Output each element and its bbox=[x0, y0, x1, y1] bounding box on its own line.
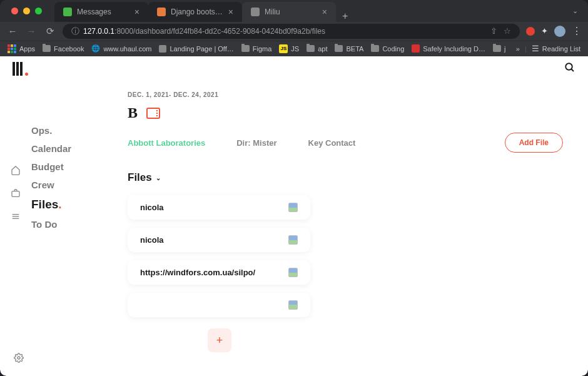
tab-messages[interactable]: Messages × bbox=[54, 2, 148, 22]
apps-button[interactable]: Apps bbox=[8, 44, 35, 53]
sub-tabs: Abbott Laboratories Dir: Mister Key Cont… bbox=[128, 133, 563, 153]
project-icons: B bbox=[128, 104, 563, 121]
search-button[interactable] bbox=[564, 62, 575, 76]
extensions-button[interactable]: ✦ bbox=[541, 26, 548, 36]
page-icon bbox=[159, 45, 166, 53]
home-icon[interactable] bbox=[11, 165, 21, 177]
favicon-icon bbox=[251, 8, 260, 16]
bookmark-js[interactable]: JS JS bbox=[279, 44, 299, 53]
lastpass-icon bbox=[412, 44, 420, 53]
tab-abbott[interactable]: Abbott Laboratories bbox=[128, 138, 205, 148]
menu-icon[interactable] bbox=[11, 211, 21, 223]
file-name: nicola bbox=[140, 235, 288, 245]
file-card[interactable]: nicola bbox=[128, 228, 310, 252]
file-name: nicola bbox=[140, 203, 288, 212]
address-actions: ⇧ ☆ bbox=[490, 26, 511, 36]
browser-chrome: Messages × Django bootstrap: File is not… bbox=[0, 0, 588, 56]
nav-files[interactable]: Files. bbox=[31, 198, 94, 211]
extension-area: ✦ ⋮ bbox=[526, 25, 582, 37]
folder-icon bbox=[43, 45, 51, 52]
tab-overflow-button[interactable]: ⌄ bbox=[572, 7, 583, 15]
profile-avatar[interactable] bbox=[554, 26, 565, 37]
tab-row: Messages × Django bootstrap: File is not… bbox=[0, 0, 588, 22]
tv-icon[interactable] bbox=[146, 108, 160, 119]
window-close-icon[interactable] bbox=[11, 8, 18, 14]
bookmark-figma[interactable]: Figma bbox=[241, 45, 272, 53]
back-button[interactable]: ← bbox=[6, 26, 19, 36]
svg-rect-2 bbox=[12, 191, 19, 197]
folder-icon bbox=[241, 45, 250, 52]
favicon-icon bbox=[157, 8, 166, 16]
window-minimize-icon[interactable] bbox=[23, 8, 30, 14]
folder-icon bbox=[371, 45, 379, 52]
nav-crew[interactable]: Crew bbox=[31, 180, 94, 190]
forward-button[interactable]: → bbox=[25, 26, 38, 36]
reload-button[interactable]: ⟳ bbox=[44, 26, 56, 37]
broken-image-icon bbox=[288, 268, 298, 277]
tab-title: Django bootstrap: File is not b bbox=[171, 8, 223, 16]
site-info-icon[interactable]: ⓘ bbox=[71, 26, 79, 37]
close-icon[interactable]: × bbox=[134, 7, 139, 17]
folder-icon bbox=[493, 45, 501, 52]
share-icon[interactable]: ⇧ bbox=[490, 26, 497, 36]
nav-todo[interactable]: To Do bbox=[31, 219, 94, 230]
tab-dir[interactable]: Dir: Mister bbox=[236, 138, 276, 148]
file-card[interactable] bbox=[128, 293, 310, 317]
chevron-down-icon: ⌄ bbox=[156, 175, 161, 181]
bookmark-j[interactable]: j bbox=[493, 45, 505, 53]
bookmarks-overflow-button[interactable]: » bbox=[516, 45, 520, 53]
brand-b-icon[interactable]: B bbox=[128, 104, 138, 121]
bookmark-beta[interactable]: BETA bbox=[335, 45, 363, 53]
bookmarks-bar: Apps Facebook 🌐 www.uhaul.com Landing Pa… bbox=[0, 41, 588, 56]
bookmark-landing[interactable]: Landing Page | Off… bbox=[159, 45, 233, 53]
bookmark-icon[interactable]: ☆ bbox=[504, 26, 511, 36]
broken-image-icon bbox=[288, 235, 298, 245]
bookmark-safely[interactable]: Safely Including D… bbox=[412, 44, 485, 53]
menu-button[interactable]: ⋮ bbox=[572, 25, 582, 37]
file-cards: nicola nicola https://windfors.com.ua/si… bbox=[128, 195, 563, 317]
address-row: ← → ⟳ ⓘ 127.0.0.1:8000/dashboard/fd24fb8… bbox=[0, 22, 588, 40]
nav-ops[interactable]: Ops. bbox=[31, 125, 94, 136]
files-heading[interactable]: Files ⌄ bbox=[128, 171, 563, 184]
close-icon[interactable]: × bbox=[322, 7, 327, 17]
settings-button[interactable] bbox=[14, 353, 24, 365]
js-icon: JS bbox=[279, 44, 288, 53]
tabs: Messages × Django bootstrap: File is not… bbox=[54, 0, 354, 22]
reading-list-button[interactable]: ☰ Reading List bbox=[532, 44, 580, 53]
globe-icon: 🌐 bbox=[91, 44, 100, 53]
tab-key-contact[interactable]: Key Contact bbox=[308, 138, 356, 148]
briefcase-icon[interactable] bbox=[11, 188, 21, 200]
favicon-icon bbox=[63, 8, 72, 16]
add-file-button[interactable]: Add File bbox=[505, 133, 563, 153]
date-range: DEC. 1, 2021- DEC. 24, 2021 bbox=[128, 91, 563, 98]
nav-budget[interactable]: Budget bbox=[31, 161, 94, 172]
address-bar[interactable]: ⓘ 127.0.0.1:8000/dashboard/fd24fb84-dd2c… bbox=[63, 24, 520, 39]
tab-title: Messages bbox=[77, 8, 129, 16]
bookmark-uhaul[interactable]: 🌐 www.uhaul.com bbox=[91, 44, 151, 53]
bookmark-coding[interactable]: Coding bbox=[371, 45, 404, 53]
tab-miliu[interactable]: Miliu × bbox=[242, 2, 336, 22]
svg-point-6 bbox=[18, 357, 20, 359]
close-icon[interactable]: × bbox=[228, 7, 233, 17]
tab-django[interactable]: Django bootstrap: File is not b × bbox=[148, 2, 242, 22]
window-maximize-icon[interactable] bbox=[35, 8, 42, 14]
svg-line-1 bbox=[571, 69, 574, 71]
app-window: Ops. Calendar Budget Crew Files. To Do D… bbox=[0, 56, 588, 376]
address-text: 127.0.0.1:8000/dashboard/fd24fb84-dd2c-4… bbox=[83, 27, 325, 36]
add-card-button[interactable]: + bbox=[208, 328, 231, 352]
icon-rail bbox=[0, 81, 31, 376]
nav-calendar[interactable]: Calendar bbox=[31, 143, 94, 154]
app-logo[interactable] bbox=[13, 62, 28, 76]
app-header bbox=[0, 56, 588, 81]
file-card[interactable]: nicola bbox=[128, 195, 310, 220]
tab-title: Miliu bbox=[265, 8, 317, 16]
broken-image-icon bbox=[288, 203, 298, 212]
file-card[interactable]: https://windfors.com.ua/silpo/ bbox=[128, 260, 310, 285]
broken-image-icon bbox=[288, 300, 298, 310]
new-tab-button[interactable]: + bbox=[336, 11, 354, 22]
extension-icon[interactable] bbox=[526, 27, 535, 36]
bookmark-facebook[interactable]: Facebook bbox=[43, 45, 84, 53]
bookmarks-right: » | ☰ Reading List bbox=[516, 44, 580, 53]
reading-list-icon: ☰ bbox=[532, 44, 539, 53]
bookmark-apt[interactable]: apt bbox=[307, 45, 327, 53]
